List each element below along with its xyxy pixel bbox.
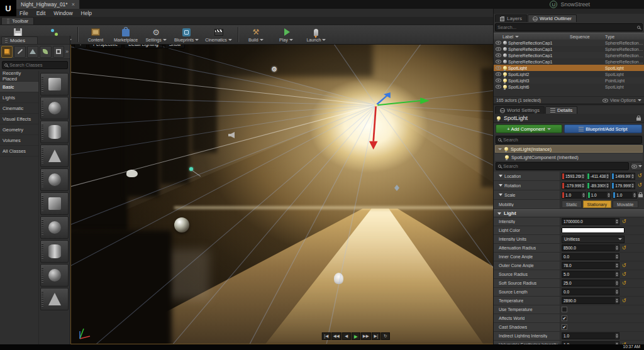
transport-go-to-front-button[interactable]: |◀ <box>322 332 331 340</box>
placeable-item-thumbnail[interactable] <box>40 216 69 239</box>
outer-cone-angle-field[interactable]: 78.0 <box>562 262 619 269</box>
rotation-x-field[interactable]: -179.9995 <box>562 182 586 189</box>
category-cinematic[interactable]: Cinematic <box>0 103 38 114</box>
location-x-field[interactable]: 1593.2666 <box>562 173 586 180</box>
marketplace-button[interactable]: Marketplace <box>111 26 140 44</box>
rotation-label[interactable]: Rotation <box>494 181 560 190</box>
reset-icon[interactable]: ↺ <box>636 173 643 178</box>
menu-help[interactable]: Help <box>81 10 92 16</box>
placeable-item-thumbnail[interactable] <box>40 97 69 119</box>
placeable-item-thumbnail[interactable] <box>40 145 69 167</box>
outliner-row[interactable]: SpotLight3PointLight <box>494 77 644 84</box>
source-radius-field[interactable]: 5.0 <box>562 271 619 278</box>
rotation-y-field[interactable]: -89.3909 <box>587 182 611 189</box>
tab-details[interactable]: Details <box>545 106 577 114</box>
visibility-eye-icon[interactable] <box>495 79 502 82</box>
property-visibility-button[interactable] <box>631 162 642 170</box>
spinner[interactable] <box>615 280 619 286</box>
visibility-eye-icon[interactable] <box>495 85 502 89</box>
temperature-field[interactable]: 2890.0 <box>562 297 619 304</box>
intensity-field[interactable]: 1700000.0 <box>562 218 619 225</box>
column-label[interactable]: Label <box>494 35 570 39</box>
tab-world-settings[interactable]: World Settings <box>495 106 545 114</box>
category-recently-placed[interactable]: Recently Placed <box>0 71 38 82</box>
toolbar-tab[interactable]: Toolbar <box>1 17 34 25</box>
category-all-classes[interactable]: All Classes <box>0 146 38 156</box>
attenuation-radius-field[interactable]: 8500.0 <box>562 244 619 251</box>
tab-layers[interactable]: Layers <box>495 14 527 22</box>
scale-z-field[interactable]: 1.0 <box>613 192 637 199</box>
spinner[interactable] <box>582 192 586 198</box>
spinner[interactable] <box>606 183 609 189</box>
placeable-item-thumbnail[interactable] <box>40 73 69 96</box>
spinner[interactable] <box>631 173 635 179</box>
placeable-item-thumbnail[interactable] <box>40 240 69 263</box>
mobility-static-button[interactable]: Static <box>562 200 582 208</box>
spinner[interactable] <box>631 183 635 189</box>
property-filter-input[interactable] <box>503 163 626 169</box>
location-label[interactable]: Location <box>494 172 560 180</box>
category-volumes[interactable]: Volumes <box>0 135 38 146</box>
scale-x-field[interactable]: 1.0 <box>562 192 586 199</box>
cast-shadows-checkbox[interactable]: ✔ <box>562 324 567 330</box>
spinner[interactable] <box>615 245 619 251</box>
spinner[interactable] <box>615 271 619 277</box>
transport-loop-button[interactable]: ↻ <box>381 332 390 340</box>
placeable-item-thumbnail[interactable] <box>40 264 69 287</box>
view-options-button[interactable]: View Options <box>602 98 641 102</box>
placeable-item-thumbnail[interactable] <box>40 192 69 215</box>
actor-instance-row[interactable]: SpotLight(Instance) <box>495 145 643 153</box>
reset-icon[interactable]: ↺ <box>621 263 627 268</box>
transport-play-reverse-button[interactable]: ◀ <box>342 332 351 340</box>
placeable-item-thumbnail[interactable] <box>40 121 69 143</box>
category-visual-effects[interactable]: Visual Effects <box>0 114 38 124</box>
build-button[interactable]: ⚒Build <box>242 26 270 44</box>
column-type[interactable]: Type <box>605 35 644 39</box>
category-basic[interactable]: Basic <box>0 82 38 92</box>
visibility-eye-icon[interactable] <box>495 47 502 51</box>
spinner[interactable] <box>615 333 619 339</box>
affects-world-checkbox[interactable]: ✔ <box>562 315 567 321</box>
reset-icon[interactable]: ↺ <box>636 183 643 188</box>
reset-icon[interactable]: ↺ <box>621 272 627 277</box>
visibility-eye-icon[interactable] <box>495 72 502 76</box>
component-search-input[interactable] <box>503 137 640 143</box>
foliage-mode-button[interactable] <box>40 46 51 58</box>
menu-window[interactable]: Window <box>53 10 72 16</box>
spinner[interactable] <box>615 254 619 260</box>
transport-go-to-end-button[interactable]: ▶| <box>372 332 380 340</box>
column-sequence[interactable]: Sequence <box>570 35 605 39</box>
close-tab-icon[interactable]: × <box>72 1 75 8</box>
indirect-lighting-intensity-field[interactable]: 1.0 <box>562 332 619 339</box>
outliner-row-selected[interactable]: SpotLightSpotLight <box>494 65 644 71</box>
spinner[interactable] <box>615 219 619 224</box>
reset-icon[interactable]: ↺ <box>621 219 627 224</box>
source-length-field[interactable]: 0.0 <box>562 288 619 295</box>
outliner-row[interactable]: SphereReflectionCap1SphereReflectionCapt… <box>494 58 644 65</box>
reset-icon[interactable]: ↺ <box>621 298 627 304</box>
transport-play-button[interactable]: ▶ <box>352 332 360 340</box>
outliner-row[interactable]: SphereReflectionCap1SphereReflectionCapt… <box>494 46 644 52</box>
level-tab[interactable]: Night_Highway_01* × <box>16 0 80 9</box>
spinner[interactable] <box>607 192 611 198</box>
use-temperature-checkbox[interactable] <box>562 307 567 312</box>
spinner[interactable] <box>615 263 619 268</box>
outliner-row[interactable]: SpotLight2SpotLight <box>494 71 644 77</box>
location-z-field[interactable]: 1499.9974 <box>611 173 635 180</box>
spinner[interactable] <box>615 289 619 295</box>
inner-cone-angle-field[interactable]: 0.0 <box>562 253 619 260</box>
scale-lock-icon[interactable] <box>638 194 643 197</box>
spinner[interactable] <box>615 298 619 304</box>
geometry-mode-button[interactable] <box>53 46 64 58</box>
outliner-row[interactable]: SpotLight6SpotLight <box>494 84 644 90</box>
transport-step-back-button[interactable]: ◀◀ <box>331 332 341 340</box>
category-geometry[interactable]: Geometry <box>0 124 38 135</box>
place-mode-button[interactable] <box>1 46 13 58</box>
cinematics-button[interactable]: Cinematics <box>203 26 235 44</box>
expand-caret-icon[interactable] <box>498 148 502 150</box>
menu-file[interactable]: File <box>19 10 28 16</box>
mobility-movable-button[interactable]: Movable <box>613 200 638 208</box>
spinner[interactable] <box>581 173 585 179</box>
add-component-button[interactable]: + Add Component <box>496 124 562 133</box>
light-section-header[interactable]: Light <box>494 209 644 217</box>
